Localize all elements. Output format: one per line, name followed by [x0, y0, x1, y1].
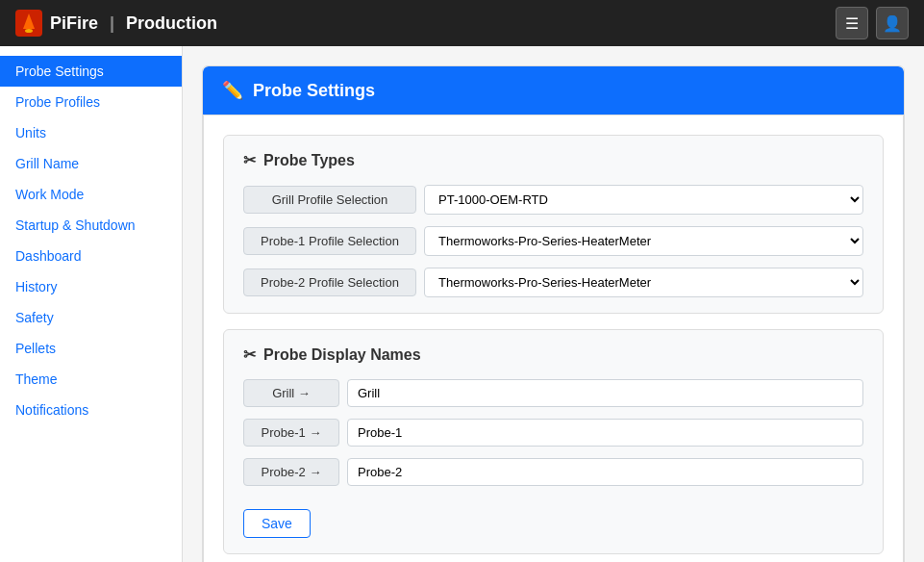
grill-name-input[interactable] — [347, 379, 863, 407]
sidebar-item-notifications[interactable]: Notifications — [0, 395, 182, 425]
grill-profile-select[interactable]: PT-1000-OEM-RTD Thermoworks-Pro-Series-H… — [424, 185, 863, 215]
probe1-name-input[interactable] — [347, 419, 863, 447]
sidebar-item-startup-shutdown[interactable]: Startup & Shutdown — [0, 210, 182, 241]
probe1-name-row: Probe-1 → — [243, 419, 863, 447]
probe-types-section: ✂ Probe Types Grill Profile Selection PT… — [223, 135, 884, 314]
probe2-profile-select[interactable]: PT-1000-OEM-RTD Thermoworks-Pro-Series-H… — [424, 268, 863, 297]
save-button[interactable]: Save — [243, 509, 311, 538]
main-content: ✏️ Probe Settings ✂ Probe Types Grill Pr… — [183, 46, 924, 562]
card-body: ✂ Probe Types Grill Profile Selection PT… — [203, 115, 904, 562]
probe2-profile-label: Probe-2 Profile Selection — [243, 268, 416, 296]
page-title: Probe Settings — [253, 81, 375, 101]
grill-profile-row: Grill Profile Selection PT-1000-OEM-RTD … — [243, 185, 863, 215]
sidebar-item-probe-profiles[interactable]: Probe Profiles — [0, 87, 182, 117]
sidebar-item-work-mode[interactable]: Work Mode — [0, 179, 182, 210]
brand: PiFire | Production — [15, 10, 217, 37]
grill-profile-label: Grill Profile Selection — [243, 186, 416, 214]
probe2-name-input[interactable] — [347, 458, 863, 486]
navbar: PiFire | Production ☰ 👤 — [0, 0, 924, 46]
probe-display-names-title: ✂ Probe Display Names — [243, 345, 863, 364]
sidebar-item-units[interactable]: Units — [0, 117, 182, 148]
sidebar-item-pellets[interactable]: Pellets — [0, 333, 182, 364]
save-button-container: Save — [243, 498, 863, 538]
probe1-profile-select[interactable]: PT-1000-OEM-RTD Thermoworks-Pro-Series-H… — [424, 226, 863, 256]
grill-name-row: Grill → — [243, 379, 863, 407]
navbar-icons: ☰ 👤 — [836, 7, 909, 39]
sidebar-item-history[interactable]: History — [0, 271, 182, 302]
sidebar-item-grill-name[interactable]: Grill Name — [0, 148, 182, 179]
logo-icon — [15, 10, 42, 37]
probe2-arrow-label: Probe-2 → — [243, 458, 339, 486]
sidebar: Probe Settings Probe Profiles Units Gril… — [0, 46, 183, 562]
sidebar-item-safety[interactable]: Safety — [0, 302, 182, 333]
sidebar-item-theme[interactable]: Theme — [0, 364, 182, 395]
app-name: PiFire — [50, 13, 98, 34]
probe2-profile-row: Probe-2 Profile Selection PT-1000-OEM-RT… — [243, 268, 863, 297]
page-header-icon: ✏️ — [222, 80, 243, 101]
probe-display-icon: ✂ — [243, 345, 256, 364]
probe1-arrow-label: Probe-1 → — [243, 419, 339, 447]
probe2-name-row: Probe-2 → — [243, 458, 863, 486]
probe-display-names-section: ✂ Probe Display Names Grill → Probe-1 → — [223, 329, 884, 554]
probe-types-title: ✂ Probe Types — [243, 151, 863, 169]
menu-button[interactable]: ☰ — [836, 7, 868, 39]
page-header: ✏️ Probe Settings — [203, 66, 904, 115]
outer-card: ✏️ Probe Settings ✂ Probe Types Grill Pr… — [202, 65, 905, 562]
probe1-profile-label: Probe-1 Profile Selection — [243, 227, 416, 255]
pipe-separator: | — [110, 13, 114, 34]
probe-types-icon: ✂ — [243, 151, 256, 169]
probe1-profile-row: Probe-1 Profile Selection PT-1000-OEM-RT… — [243, 226, 863, 256]
svg-point-2 — [25, 29, 33, 33]
sidebar-item-dashboard[interactable]: Dashboard — [0, 241, 182, 271]
sidebar-item-probe-settings[interactable]: Probe Settings — [0, 56, 182, 87]
grill-arrow-label: Grill → — [243, 379, 339, 407]
layout: Probe Settings Probe Profiles Units Gril… — [0, 46, 924, 562]
user-button[interactable]: 👤 — [876, 7, 909, 39]
app-env: Production — [126, 13, 217, 34]
